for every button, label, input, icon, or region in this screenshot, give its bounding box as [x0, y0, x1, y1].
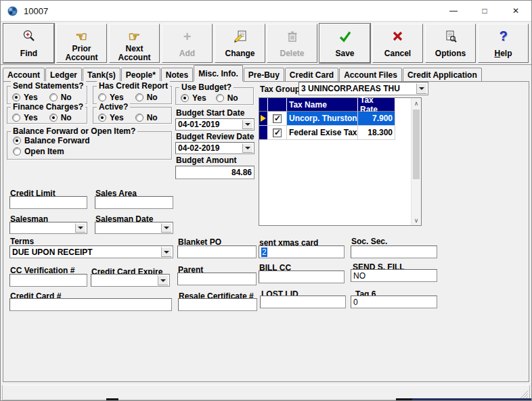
row-indicator-cell [259, 112, 268, 126]
chevron-down-icon[interactable] [416, 83, 427, 94]
change-button[interactable]: Change [215, 24, 265, 63]
budget-amount-input[interactable]: 84.86 [175, 166, 254, 179]
radio-balance-forward[interactable]: Balance Forward [13, 136, 171, 145]
tab-account-files[interactable]: Account Files [339, 68, 402, 81]
radio-label: No [147, 93, 158, 102]
radio-has-credit-report-no[interactable]: No [135, 93, 158, 102]
chevron-down-icon[interactable] [161, 223, 172, 233]
background-artifact [106, 398, 118, 400]
terms-value: DUE UPON RECEIPT [12, 246, 160, 258]
help-button[interactable]: ? Help [478, 24, 529, 63]
radio-finance-charges-yes[interactable]: Yes [12, 113, 38, 122]
sales-area-input[interactable] [95, 196, 173, 209]
salesman-date-select[interactable] [95, 222, 173, 234]
tab-ledger[interactable]: Ledger [45, 68, 82, 81]
resale-certificate-input[interactable] [178, 298, 257, 311]
credit-card-expire-select[interactable] [91, 274, 170, 287]
selected-text: 2 [261, 247, 267, 257]
lost-lid-input[interactable] [260, 296, 346, 308]
radio-send-statements-no[interactable]: No [49, 93, 72, 102]
radio-open-item[interactable]: Open Item [13, 147, 171, 156]
chevron-down-icon[interactable] [242, 143, 253, 153]
find-button[interactable]: Find [3, 24, 54, 63]
tab-credit-card[interactable]: Credit Card [285, 68, 338, 81]
save-label: Save [335, 45, 354, 62]
tax-table-row[interactable]: Uncorp. Thurston 7.900 [259, 112, 395, 126]
tab-tanks[interactable]: Tank(s) [83, 68, 120, 81]
radio-active-yes[interactable]: Yes [98, 113, 124, 122]
tab-credit-application[interactable]: Credit Application [403, 68, 482, 81]
options-button[interactable]: Options [425, 24, 476, 63]
soc-sec-input[interactable] [351, 245, 437, 258]
scrollbar-thumb[interactable] [413, 110, 420, 179]
blanket-po-input[interactable] [177, 245, 257, 258]
tax-group-label: Tax Group [260, 85, 300, 94]
row-checkbox-cell [268, 112, 287, 126]
tag-6-input[interactable]: 0 [351, 296, 437, 308]
prior-account-button[interactable]: ☜ Prior Account [56, 24, 107, 63]
radio-use-budget-yes[interactable]: Yes [181, 93, 206, 103]
budget-review-date-select[interactable]: 04-02-2019 [175, 142, 254, 154]
maximize-icon[interactable]: □ [469, 1, 500, 21]
send-s-fill-input[interactable]: NO [351, 269, 437, 282]
terms-select[interactable]: DUE UPON RECEIPT [9, 245, 173, 258]
radio-has-credit-report-yes[interactable]: Yes [98, 93, 124, 102]
checkmark-icon [338, 28, 353, 45]
radio-finance-charges-no[interactable]: No [49, 113, 72, 122]
tax-group-value: 3 UNINCORP.AREAS THU [301, 82, 415, 95]
minimize-icon[interactable]: — [438, 1, 469, 21]
radio-dot [135, 114, 143, 122]
chevron-down-icon[interactable] [242, 120, 253, 129]
radio-send-statements-yes[interactable]: Yes [12, 93, 38, 102]
credit-limit-input[interactable] [9, 196, 87, 209]
chevron-down-icon[interactable] [158, 275, 169, 285]
background-artifact [412, 398, 532, 400]
salesman-select[interactable] [9, 222, 87, 234]
cancel-button[interactable]: Cancel [372, 24, 423, 63]
tab-account[interactable]: Account [3, 68, 45, 81]
group-title: Active? [97, 102, 130, 112]
group-title: Send Statements? [11, 81, 86, 91]
radio-active-no[interactable]: No [135, 113, 158, 122]
tab-notes[interactable]: Notes [161, 68, 193, 81]
chevron-down-icon[interactable] [161, 247, 172, 257]
tax-rate-cell: 7.900 [358, 112, 395, 126]
tax-row-checkbox[interactable] [273, 128, 282, 137]
row-checkbox-cell [268, 126, 287, 140]
tax-group-select[interactable]: 3 UNINCORP.AREAS THU [298, 82, 428, 95]
bill-cc-input[interactable] [259, 270, 345, 283]
scroll-up-icon[interactable]: ∧ [412, 98, 421, 108]
budget-start-date-select[interactable]: 04-01-2019 [175, 118, 254, 131]
radio-dot [135, 93, 143, 101]
tab-pre-buy[interactable]: Pre-Buy [244, 68, 284, 81]
edit-document-icon [233, 28, 248, 45]
close-icon[interactable]: ✕ [500, 1, 531, 21]
scroll-down-icon[interactable]: ∨ [412, 215, 421, 225]
radio-use-budget-no[interactable]: No [216, 93, 238, 103]
tax-table-scrollbar[interactable]: ∧ ∨ [411, 98, 421, 225]
next-account-button[interactable]: ☞ Next Account [109, 24, 160, 63]
chevron-down-icon[interactable] [75, 223, 86, 233]
window-title: 10007 [24, 6, 48, 16]
sent-xmas-card-input[interactable]: 2 [259, 245, 345, 258]
cc-verification-input[interactable] [9, 274, 87, 287]
tax-row-checkbox[interactable] [273, 114, 282, 123]
hand-point-right-icon: ☞ [129, 28, 141, 45]
find-label: Find [20, 45, 37, 62]
radio-label: No [227, 93, 238, 103]
credit-card-num-input[interactable] [9, 298, 172, 311]
parent-input[interactable] [177, 273, 257, 285]
group-finance-charges: Finance Charges? Yes No [7, 107, 87, 124]
change-label: Change [225, 45, 254, 62]
save-button[interactable]: Save [319, 24, 370, 63]
resize-grip[interactable] [519, 390, 529, 399]
budget-review-date-label: Budget Review Date [176, 132, 254, 141]
budget-review-date-value: 04-02-2019 [178, 143, 241, 154]
tax-rate-cell: 18.300 [358, 126, 395, 140]
radio-label: Balance Forward [24, 136, 90, 145]
tax-table-row[interactable]: Federal Exise Tax 18.300 [259, 126, 395, 140]
budget-amount-label: Budget Amount [176, 156, 237, 165]
tax-header-checkbox [268, 98, 287, 112]
tab-misc-info[interactable]: Misc. Info. [194, 65, 243, 81]
tab-people[interactable]: People* [121, 68, 160, 81]
